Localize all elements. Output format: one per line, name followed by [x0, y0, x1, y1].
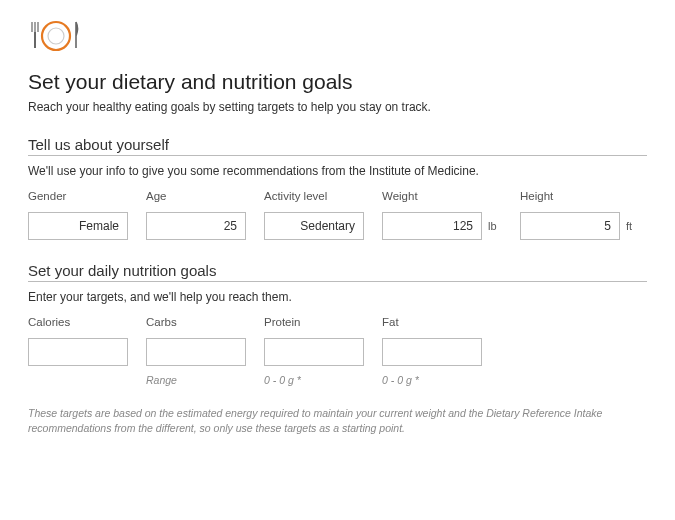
- input-calories[interactable]: [28, 338, 128, 366]
- hint-calories: [28, 374, 128, 386]
- field-height: Height ft: [520, 190, 640, 240]
- label-height: Height: [520, 190, 640, 202]
- section-goals-title: Set your daily nutrition goals: [28, 262, 647, 282]
- about-row: Gender Age Activity level Weight lb Heig…: [28, 190, 647, 240]
- label-weight: Weight: [382, 190, 502, 202]
- label-gender: Gender: [28, 190, 128, 202]
- input-protein[interactable]: [264, 338, 364, 366]
- page-lead: Reach your healthy eating goals by setti…: [28, 100, 647, 114]
- field-weight: Weight lb: [382, 190, 502, 240]
- input-carbs[interactable]: [146, 338, 246, 366]
- field-carbs: Carbs Range: [146, 316, 246, 386]
- input-age[interactable]: [146, 212, 246, 240]
- label-carbs: Carbs: [146, 316, 246, 328]
- field-gender: Gender: [28, 190, 128, 240]
- field-age: Age: [146, 190, 246, 240]
- unit-height: ft: [626, 220, 640, 232]
- page-title: Set your dietary and nutrition goals: [28, 70, 647, 94]
- section-about-sub: We'll use your info to give you some rec…: [28, 164, 647, 178]
- svg-point-4: [42, 22, 70, 50]
- section-about-title: Tell us about yourself: [28, 136, 647, 156]
- unit-weight: lb: [488, 220, 502, 232]
- svg-point-5: [48, 28, 64, 44]
- field-protein: Protein 0 - 0 g *: [264, 316, 364, 386]
- label-protein: Protein: [264, 316, 364, 328]
- plate-icon: [28, 18, 647, 54]
- input-weight[interactable]: [382, 212, 482, 240]
- input-height[interactable]: [520, 212, 620, 240]
- hint-fat: 0 - 0 g *: [382, 374, 482, 386]
- input-activity[interactable]: [264, 212, 364, 240]
- label-activity: Activity level: [264, 190, 364, 202]
- label-fat: Fat: [382, 316, 482, 328]
- hint-protein: 0 - 0 g *: [264, 374, 364, 386]
- field-calories: Calories: [28, 316, 128, 386]
- label-calories: Calories: [28, 316, 128, 328]
- input-fat[interactable]: [382, 338, 482, 366]
- section-goals-sub: Enter your targets, and we'll help you r…: [28, 290, 647, 304]
- label-age: Age: [146, 190, 246, 202]
- input-gender[interactable]: [28, 212, 128, 240]
- footnote: These targets are based on the estimated…: [28, 406, 647, 435]
- field-activity: Activity level: [264, 190, 364, 240]
- goals-row: Calories Carbs Range Protein 0 - 0 g * F…: [28, 316, 647, 386]
- field-fat: Fat 0 - 0 g *: [382, 316, 482, 386]
- hint-carbs: Range: [146, 374, 246, 386]
